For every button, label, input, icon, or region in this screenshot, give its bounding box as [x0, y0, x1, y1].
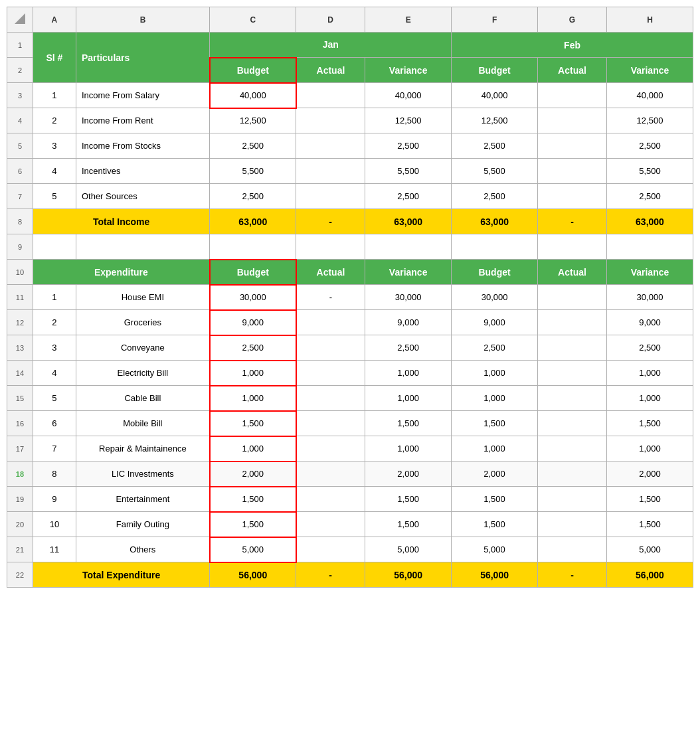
budget-f-exp: 30,000: [452, 285, 538, 310]
actual-g-cell: [538, 83, 607, 108]
variance-e-exp: 30,000: [365, 285, 452, 310]
variance-e-cell: 2,500: [365, 184, 452, 209]
row-num-11: 11: [7, 285, 33, 310]
actual-g-exp: [538, 361, 607, 386]
row-num-3: 3: [7, 83, 33, 108]
col-e-header: E: [365, 7, 452, 33]
actual-d-cell: [296, 83, 365, 108]
jan-budget-header: Budget: [210, 58, 296, 83]
budget-c-exp: 2,000: [210, 461, 296, 487]
budget-f-cell: 5,500: [452, 159, 538, 184]
budget-f-cell: 12,500: [452, 108, 538, 133]
variance-h-cell: 40,000: [606, 83, 693, 108]
expenditure-row-9: 199Entertainment1,5001,5001,5001,500: [7, 487, 693, 512]
particular-cell: Incentives: [76, 159, 209, 184]
row-num-4: 4: [7, 108, 33, 133]
col-a-header: A: [33, 7, 76, 33]
total-income-actual-g: -: [538, 209, 607, 234]
sl-header: Sl #: [33, 33, 76, 83]
sl-cell-exp: 7: [33, 436, 76, 461]
income-row-1: 31Income From Salary40,00040,00040,00040…: [7, 83, 693, 108]
col-g-header: G: [538, 7, 607, 33]
row-1: 1 Sl # Particulars Jan Feb: [7, 33, 693, 58]
particular-cell: Other Sources: [76, 184, 209, 209]
exp-sub-header-4: Actual: [538, 260, 607, 285]
total-exp-variance-h: 56,000: [606, 562, 693, 588]
row-num-17: 17: [7, 436, 33, 461]
total-income-variance-e: 63,000: [365, 209, 452, 234]
particular-cell-exp: Repair & Maintainence: [76, 436, 209, 461]
income-row-5: 75Other Sources2,5002,5002,5002,500: [7, 184, 693, 209]
expenditure-label: Expenditure: [33, 260, 209, 285]
row-num-22: 22: [7, 562, 33, 588]
row-num-6: 6: [7, 159, 33, 184]
actual-d-exp: [296, 310, 365, 335]
total-income-actual-d: -: [296, 209, 365, 234]
budget-f-exp: 1,000: [452, 436, 538, 461]
expenditure-row-7: 177Repair & Maintainence1,0001,0001,0001…: [7, 436, 693, 461]
col-f-header: F: [452, 7, 538, 33]
budget-f-cell: 2,500: [452, 133, 538, 159]
budget-c-exp: 5,000: [210, 537, 296, 562]
variance-h-exp: 2,500: [606, 335, 693, 361]
budget-c-exp: 1,500: [210, 512, 296, 537]
actual-d-exp: [296, 361, 365, 386]
empty-cell-9-6: [452, 234, 538, 260]
budget-c-exp: 1,500: [210, 487, 296, 512]
row-num-18: 18: [7, 461, 33, 487]
total-expenditure-row: 22Total Expenditure56,000-56,00056,000-5…: [7, 562, 693, 588]
budget-c-exp: 2,500: [210, 335, 296, 361]
sl-cell-exp: 1: [33, 285, 76, 310]
particular-cell: Income From Rent: [76, 108, 209, 133]
row-num-2: 2: [7, 58, 33, 83]
total-income-label: Total Income: [33, 209, 209, 234]
variance-h-exp: 2,000: [606, 461, 693, 487]
total-income-budget-f: 63,000: [452, 209, 538, 234]
total-exp-budget-f: 56,000: [452, 562, 538, 588]
actual-d-exp: -: [296, 285, 365, 310]
expenditure-row-5: 155Cable Bill1,0001,0001,0001,000: [7, 386, 693, 411]
exp-sub-header-2: Variance: [365, 260, 452, 285]
variance-h-exp: 1,500: [606, 411, 693, 436]
row-num-13: 13: [7, 335, 33, 361]
variance-e-cell: 12,500: [365, 108, 452, 133]
empty-cell-9-4: [296, 234, 365, 260]
sl-cell-exp: 3: [33, 335, 76, 361]
actual-d-exp: [296, 411, 365, 436]
empty-row-9: 9: [7, 234, 693, 260]
budget-c-cell: 2,500: [210, 184, 296, 209]
income-row-4: 64Incentives5,5005,5005,5005,500: [7, 159, 693, 184]
jan-header: Jan: [210, 33, 452, 58]
row-num-14: 14: [7, 361, 33, 386]
empty-cell-9-5: [365, 234, 452, 260]
total-expenditure-label: Total Expenditure: [33, 562, 209, 588]
actual-g-exp: [538, 310, 607, 335]
feb-variance-header: Variance: [606, 58, 693, 83]
actual-d-exp: [296, 537, 365, 562]
expenditure-row-3: 133Conveyane2,5002,5002,5002,500: [7, 335, 693, 361]
sl-cell: 5: [33, 184, 76, 209]
row-num-21: 21: [7, 537, 33, 562]
variance-e-exp: 5,000: [365, 537, 452, 562]
variance-e-exp: 9,000: [365, 310, 452, 335]
actual-d-cell: [296, 159, 365, 184]
particulars-header: Particulars: [76, 33, 209, 83]
actual-d-cell: [296, 184, 365, 209]
actual-g-exp: [538, 335, 607, 361]
variance-h-exp: 5,000: [606, 537, 693, 562]
spreadsheet: A B C D E F G H 1 Sl # Particulars Jan F…: [7, 7, 693, 588]
variance-h-exp: 9,000: [606, 310, 693, 335]
table-body: 31Income From Salary40,00040,00040,00040…: [7, 83, 693, 588]
row-num-20: 20: [7, 512, 33, 537]
budget-f-cell: 2,500: [452, 184, 538, 209]
variance-h-exp: 1,000: [606, 436, 693, 461]
expenditure-row-8: 188LIC Investments2,0002,0002,0002,000: [7, 461, 693, 487]
row-num-16: 16: [7, 411, 33, 436]
actual-g-exp: [538, 512, 607, 537]
actual-d-exp: [296, 512, 365, 537]
variance-h-exp: 1,000: [606, 361, 693, 386]
exp-sub-header-0: Budget: [210, 260, 296, 285]
actual-d-cell: [296, 108, 365, 133]
variance-h-exp: 1,500: [606, 487, 693, 512]
budget-c-cell: 5,500: [210, 159, 296, 184]
